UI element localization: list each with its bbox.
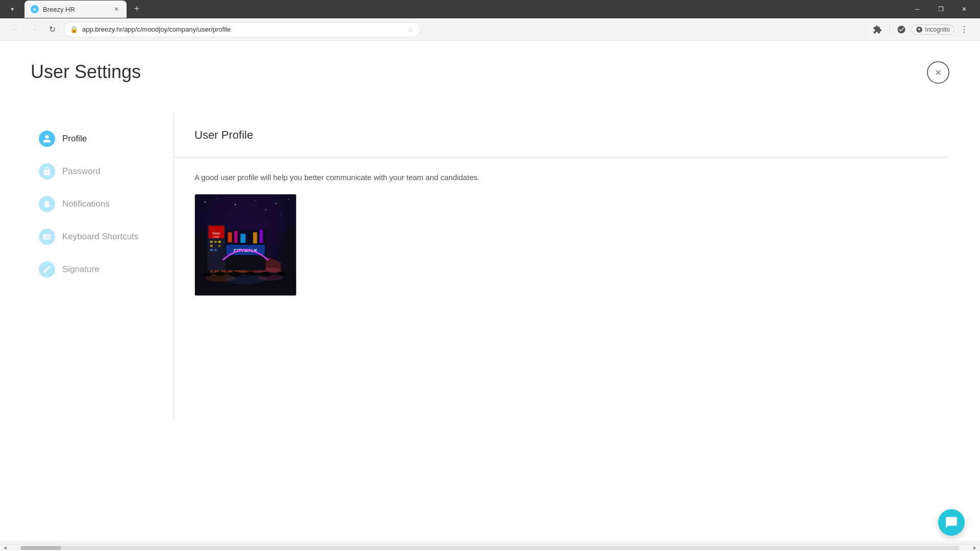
address-bar[interactable]: 🔒 app.breezy.hr/app/c/moodjoy/company/us… <box>63 22 421 37</box>
address-text: app.breezy.hr/app/c/moodjoy/company/user… <box>82 26 403 33</box>
section-description: A good user profile will help you better… <box>194 173 929 182</box>
profile-icon-bg <box>39 131 55 147</box>
back-button[interactable]: ← <box>8 22 22 37</box>
svg-point-2 <box>217 198 218 199</box>
svg-rect-28 <box>214 249 217 251</box>
settings-sidebar: Profile Password Notifications <box>31 113 174 419</box>
person-icon <box>42 134 52 143</box>
tab-left-controls: ▾ <box>4 3 20 15</box>
bell-icon <box>42 199 52 209</box>
scroll-left-arrow[interactable]: ◄ <box>0 544 10 552</box>
active-tab[interactable]: B Breezy HR ✕ <box>24 1 127 18</box>
svg-rect-50 <box>219 270 221 274</box>
chat-icon <box>945 516 958 529</box>
sidebar-label-notifications: Notifications <box>62 199 110 209</box>
extensions-button[interactable] <box>870 22 885 37</box>
svg-rect-32 <box>228 232 232 242</box>
svg-rect-48 <box>206 270 208 274</box>
navigation-bar: ← → ↻ 🔒 app.breezy.hr/app/c/moodjoy/comp… <box>0 18 980 41</box>
signature-icon-bg <box>39 261 55 278</box>
svg-point-6 <box>288 199 289 200</box>
lock-icon <box>42 167 52 176</box>
svg-point-5 <box>275 203 276 204</box>
scrollbar-thumb[interactable] <box>20 546 61 550</box>
profile-image-upload[interactable]: Coca Cola CITYWALK <box>194 194 297 296</box>
section-title: User Profile <box>194 129 929 142</box>
section-body: A good user profile will help you better… <box>174 158 949 311</box>
scrollbar-track <box>20 546 960 550</box>
nav-right-icons: Incognito ⋮ <box>870 22 972 37</box>
profile-avatar-button[interactable] <box>894 22 909 37</box>
sidebar-item-signature[interactable]: Signature <box>31 254 153 285</box>
svg-point-1 <box>205 202 206 203</box>
svg-point-3 <box>235 204 236 205</box>
tab-title: Breezy HR <box>43 6 108 13</box>
svg-point-46 <box>260 271 272 277</box>
sidebar-label-password: Password <box>62 166 101 177</box>
svg-rect-22 <box>210 241 213 243</box>
svg-rect-23 <box>214 241 217 243</box>
tab-area: B Breezy HR ✕ + <box>24 1 901 18</box>
notifications-icon-bg <box>39 196 55 212</box>
tab-favicon: B <box>31 5 39 13</box>
tab-close-button[interactable]: ✕ <box>112 5 120 13</box>
window-close-button[interactable]: ✕ <box>952 0 976 18</box>
svg-point-4 <box>255 200 256 201</box>
section-header: User Profile <box>174 113 949 158</box>
sidebar-label-profile: Profile <box>62 134 87 144</box>
browser-title-bar: ▾ B Breezy HR ✕ + ─ ❐ ✕ <box>0 0 980 18</box>
minimize-button[interactable]: ─ <box>905 0 929 18</box>
svg-rect-33 <box>234 231 237 243</box>
svg-rect-26 <box>218 245 221 247</box>
settings-layout: Profile Password Notifications <box>31 113 949 419</box>
chat-bubble-button[interactable] <box>938 509 965 536</box>
incognito-badge[interactable]: Incognito <box>911 24 954 35</box>
restore-button[interactable]: ❐ <box>929 0 952 18</box>
page-title: User Settings <box>31 61 141 83</box>
svg-rect-35 <box>253 232 257 243</box>
svg-point-9 <box>281 214 281 215</box>
svg-point-45 <box>246 271 256 276</box>
keyboard-icon <box>42 232 52 241</box>
nav-divider <box>889 24 890 35</box>
close-settings-button[interactable]: × <box>927 61 949 84</box>
page-content: User Settings × Profile <box>0 41 980 541</box>
sidebar-item-keyboard-shortcuts[interactable]: Keyboard Shortcuts <box>31 221 153 252</box>
close-icon: × <box>935 67 941 79</box>
keyboard-icon-bg <box>39 229 55 245</box>
page-header: User Settings <box>31 61 949 83</box>
password-icon-bg <box>39 163 55 180</box>
bookmark-icon[interactable]: ☆ <box>407 26 414 34</box>
svg-rect-49 <box>213 270 214 274</box>
svg-rect-51 <box>226 270 228 274</box>
svg-point-7 <box>210 212 210 212</box>
address-lock-icon: 🔒 <box>70 26 78 33</box>
sidebar-item-profile[interactable]: Profile <box>31 123 153 154</box>
svg-rect-34 <box>240 234 246 243</box>
svg-text:Coca: Coca <box>212 232 220 235</box>
svg-point-47 <box>276 271 286 276</box>
sidebar-label-signature: Signature <box>62 264 100 274</box>
tab-dropdown-button[interactable]: ▾ <box>6 3 18 15</box>
sidebar-item-password[interactable]: Password <box>31 156 153 187</box>
reload-button[interactable]: ↻ <box>45 22 59 37</box>
svg-point-44 <box>229 271 241 277</box>
sidebar-label-keyboard-shortcuts: Keyboard Shortcuts <box>62 232 138 242</box>
window-controls: ─ ❐ ✕ <box>905 0 976 18</box>
svg-rect-25 <box>210 245 213 247</box>
new-tab-button[interactable]: + <box>129 1 145 17</box>
scroll-right-arrow[interactable]: ► <box>970 544 980 552</box>
svg-rect-27 <box>210 249 213 251</box>
svg-text:Cola: Cola <box>214 236 219 238</box>
menu-button[interactable]: ⋮ <box>957 22 972 37</box>
settings-main: User Profile A good user profile will he… <box>174 113 949 419</box>
browser-chrome: ▾ B Breezy HR ✕ + ─ ❐ ✕ ← → ↻ 🔒 app.bree… <box>0 0 980 41</box>
svg-rect-36 <box>260 230 263 243</box>
incognito-label: Incognito <box>925 26 950 33</box>
scrollbar: ◄ ► <box>0 544 980 551</box>
profile-image: Coca Cola CITYWALK <box>195 194 296 295</box>
forward-button[interactable]: → <box>27 22 41 37</box>
svg-rect-52 <box>233 270 234 274</box>
sidebar-item-notifications[interactable]: Notifications <box>31 189 153 219</box>
svg-rect-24 <box>218 241 221 243</box>
